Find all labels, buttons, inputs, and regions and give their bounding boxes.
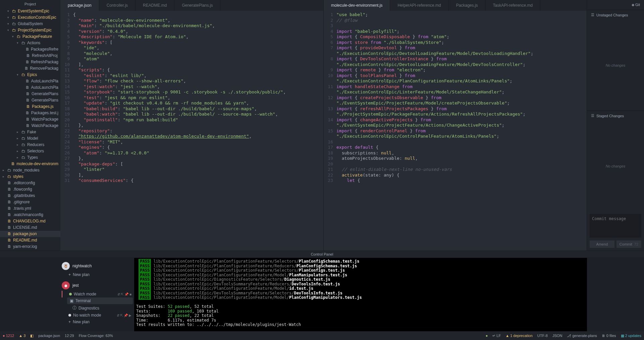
terminal-icon: ▣ [70,298,73,303]
status-lang[interactable]: JSON [552,334,562,338]
status-file[interactable]: package.json [38,334,60,338]
tree-item[interactable]: ▾🗀Actions [0,40,60,46]
jest-new-plan[interactable]: +New plan [62,319,133,325]
tab[interactable]: TaskAPI-reference.md [486,0,541,11]
tree-item[interactable]: 🗎RefreshPackag [0,59,60,65]
nightwatch-icon: 🦉 [62,262,70,270]
tree-item[interactable]: ▸🗀Model [0,135,60,142]
file-tree[interactable]: ▾🗀EventSystemEpic▾🗀ExecutionControlEpic▾… [0,8,60,251]
tool-jest[interactable]: ◉ jest [62,280,133,291]
status-bar: ● 1212 ▲ 3 ◧ package.json 12:29 Flow Cov… [0,331,644,340]
tree-item[interactable]: 🗎yarn-error.log [0,244,60,250]
tab[interactable]: HelperAPI-reference.md [390,0,448,11]
code-left[interactable]: 1 2 3 4 5 6 7 8 9 10 11 12 13 14 15 16 1… [60,11,323,251]
tree-item[interactable]: ▸🗀Types [0,154,60,161]
gutter-left: 1 2 3 4 5 6 7 8 9 10 11 12 13 14 15 16 1… [60,12,73,251]
tree-item[interactable]: 🗎GeneratePlans [0,91,60,97]
status-branch[interactable]: ⎇ generate-plans [567,334,597,338]
commit-message-input[interactable] [590,214,641,237]
editor-group: package.jsonController.jsREADME.mdGenera… [60,0,587,251]
tree-item[interactable]: 🗎.flowconfig [0,186,60,193]
staged-body: No changes [587,121,644,211]
tree-item[interactable]: 🗎Packages.js [0,104,60,110]
nightwatch-new-plan[interactable]: +New plan [62,271,133,278]
tree-item[interactable]: ▸🗀styles [0,174,60,180]
tree-item[interactable]: 🗎RefreshAllProj [0,53,60,59]
status-dot-green [69,293,72,295]
tab[interactable]: Packages.js [449,0,486,11]
status-marker[interactable]: ◧ [30,334,34,338]
control-panel: 🦉 nightwatch +New plan ◉ jest Watch mode… [0,258,644,331]
git-panel: ◈ Git ☰Unstaged Changes No changes ☰Stag… [587,0,644,251]
tree-item[interactable]: 🗎CHANGELOG.md [0,218,60,224]
tree-item[interactable]: 🗎.travis.yml [0,205,60,212]
jest-icon: ◉ [62,281,70,289]
tree-item[interactable]: 🗎GeneratePlans [0,97,60,104]
status-position[interactable]: 12:29 [65,334,74,338]
tree-item[interactable]: 🗎molecule-dev-environm [0,161,60,167]
tree-item[interactable]: 🗎.watchmanconfig [0,212,60,218]
tree-item[interactable]: 🗎.gitignore [0,199,60,205]
jest-terminal[interactable]: ▣Terminal [67,297,133,304]
info-icon: ⓘ [72,305,76,311]
status-encoding[interactable]: UTF-8 [537,334,548,338]
tab[interactable]: GeneratePlans.js [174,0,220,11]
tab[interactable]: package.json [60,0,99,11]
status-files[interactable]: 🗎 0 files [602,334,616,338]
tree-item[interactable]: ▾🗀EventSystemEpic [0,8,60,14]
status-dot: ● [486,334,488,338]
jest-diagnostics[interactable]: ⓘDiagnostics [62,304,133,312]
editor-left: package.jsonController.jsREADME.mdGenera… [60,0,324,251]
tree-item[interactable]: ▾🗀ExecutionControlEpic [0,14,60,21]
tree-item[interactable]: 🗎WatchPackage [0,123,60,129]
control-panel-title: Control Panel [0,251,644,258]
tree-item[interactable]: 🗎.gitattributes [0,193,60,199]
tree-item[interactable]: 🗎PackagesRefre [0,46,60,53]
tree-item[interactable]: ▾🗀ProjectSystemEpic [0,27,60,33]
status-updates[interactable]: ▦ 2 updates [621,334,641,338]
tree-item[interactable]: 🗎LICENSE.md [0,224,60,231]
tree-item[interactable]: 🗎Packages.test.j [0,110,60,116]
tree-item[interactable]: ▸🗀Reducers [0,142,60,148]
gutter-right: 1 2 3 4 5 6 7 8 9 10 11 12 13 14 15 16 1… [324,12,336,251]
staged-header[interactable]: ☰Staged Changes [587,111,644,121]
terminal-output[interactable]: PASS lib/ExecutionControlEpic/PlanConfig… [134,258,587,331]
tool-list: 🦉 nightwatch +New plan ◉ jest Watch mode… [60,258,134,331]
status-lf[interactable]: ↵ LF [492,334,501,338]
tree-item[interactable]: ▾🗀Epics [0,72,60,78]
tree-item[interactable]: ▾🗀GlobalSystem [0,21,60,27]
status-flow[interactable]: Flow Coverage: 63% [79,334,113,338]
tabs-left[interactable]: package.jsonController.jsREADME.mdGenera… [60,0,323,11]
jest-no-watch[interactable]: No watch mode⇵ ⇱ 📌 ▶ [62,312,133,319]
jest-watch-mode[interactable]: Watch mode⇵ ⇱ 📌 ■ [62,291,133,297]
tree-item[interactable]: 🗎WatchPackage [0,116,60,123]
project-sidebar: Project ▾🗀EventSystemEpic▾🗀ExecutionCont… [0,0,60,251]
status-warnings[interactable]: ▲ 3 [19,334,25,338]
tree-item[interactable]: 🗎README.md [0,237,60,244]
tree-item[interactable]: 🗎.editorconfig [0,180,60,186]
tree-item[interactable]: ▸🗀Selectors [0,148,60,154]
code-right[interactable]: 1 2 3 4 5 6 7 8 9 10 11 12 13 14 15 16 1… [324,11,587,251]
tabs-right[interactable]: molecule-dev-environment.jsHelperAPI-ref… [324,0,587,11]
status-deprecation[interactable]: ▲ 1 deprecation [505,334,533,338]
tree-item[interactable]: ▸🗀node_modules [0,167,60,174]
git-header[interactable]: ◈ Git [587,0,644,10]
project-title: Project [0,0,60,8]
status-dot-idle [68,314,71,317]
tree-item[interactable]: 🗎AutoLaunchPla [0,78,60,84]
unstaged-body: No changes [587,20,644,111]
tab[interactable]: molecule-dev-environment.js [324,0,390,11]
tab[interactable]: Controller.js [99,0,136,11]
tree-item[interactable]: 🗎RemovePackag [0,65,60,72]
tree-item[interactable]: ▾🗀PackageFeature [0,33,60,40]
editor-right: molecule-dev-environment.jsHelperAPI-ref… [324,0,587,251]
commit-button[interactable]: Commit 72 [616,241,641,248]
tab[interactable]: README.md [136,0,174,11]
tool-nightwatch[interactable]: 🦉 nightwatch [62,261,133,271]
unstaged-header[interactable]: ☰Unstaged Changes [587,10,644,20]
tree-item[interactable]: 🗎AutoLaunchPla [0,84,60,91]
tree-item[interactable]: 🗎package.json [0,231,60,237]
tree-item[interactable]: ▸🗀Fake [0,129,60,135]
amend-button[interactable]: Amend [590,241,614,248]
status-errors[interactable]: ● 1212 [3,334,14,338]
